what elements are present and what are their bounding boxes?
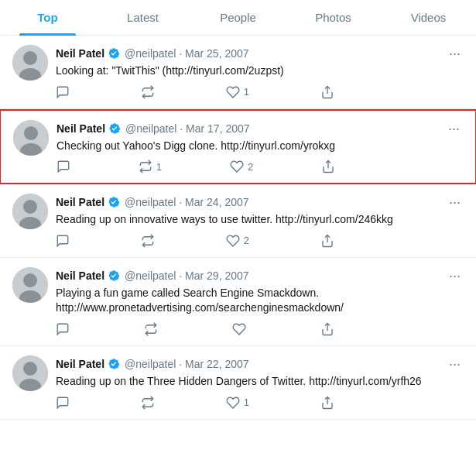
reply-icon (56, 234, 70, 248)
handle-date: @neilpatel · Mar 29, 2007 (125, 270, 249, 282)
author-name: Neil Patel (56, 270, 104, 282)
share-icon (320, 396, 334, 410)
like-button[interactable] (232, 322, 246, 336)
reply-button[interactable] (56, 396, 70, 410)
tweet-text: Checking out Yahoo's Digg clone. http://… (57, 139, 463, 154)
author-name: Neil Patel (57, 122, 105, 135)
like-button[interactable]: 1 (226, 85, 249, 99)
share-icon (320, 234, 334, 248)
share-button[interactable] (321, 160, 335, 173)
handle-date: @neilpatel · Mar 25, 2007 (125, 47, 249, 60)
tweet-header: Neil Patel @neilpatel · Mar 17, 2007 ··· (57, 120, 463, 137)
verified-icon (108, 196, 120, 208)
verified-icon (108, 47, 120, 60)
tab-latest[interactable]: Latest (95, 0, 190, 35)
heart-icon (226, 234, 240, 248)
more-options-button[interactable]: ··· (446, 45, 464, 62)
tweet-item: Neil Patel @neilpatel · Mar 29, 2007 ···… (0, 258, 476, 346)
like-button[interactable]: 1 (226, 396, 249, 410)
retweet-button[interactable] (141, 85, 155, 99)
like-count: 1 (244, 397, 249, 408)
share-button[interactable] (320, 396, 334, 410)
tweet-meta: Neil Patel @neilpatel · Mar 29, 2007 (56, 270, 249, 282)
reply-button[interactable] (56, 322, 70, 336)
tab-photos[interactable]: Photos (286, 0, 381, 35)
share-button[interactable] (320, 234, 334, 248)
share-icon (320, 322, 334, 336)
avatar (12, 267, 48, 303)
tweet-header: Neil Patel @neilpatel · Mar 24, 2007 ··· (56, 194, 464, 211)
avatar (12, 355, 48, 391)
like-button[interactable]: 2 (226, 234, 249, 248)
heart-icon (226, 85, 240, 99)
more-options-button[interactable]: ··· (446, 355, 464, 373)
more-options-button[interactable]: ··· (446, 194, 464, 211)
heart-icon (226, 396, 240, 410)
tab-top[interactable]: Top (0, 0, 95, 35)
reply-icon (56, 85, 70, 99)
tweet-content: Neil Patel @neilpatel · Mar 25, 2007 ···… (56, 45, 464, 99)
handle-date: @neilpatel · Mar 22, 2007 (125, 358, 249, 370)
tweet-content: Neil Patel @neilpatel · Mar 24, 2007 ···… (56, 194, 464, 248)
like-count: 2 (244, 235, 249, 246)
like-button[interactable]: 2 (230, 160, 253, 173)
tweet-list: Neil Patel @neilpatel · Mar 25, 2007 ···… (0, 36, 476, 420)
tweet-actions: 1 (56, 85, 334, 99)
tweet-meta: Neil Patel @neilpatel · Mar 25, 2007 (56, 47, 249, 60)
more-options-button[interactable]: ··· (445, 120, 463, 137)
tweet-content: Neil Patel @neilpatel · Mar 17, 2007 ···… (57, 120, 463, 174)
tweet-text: Looking at: "TwitThis" (http://tinyurl.c… (56, 64, 464, 79)
like-count: 1 (244, 86, 249, 98)
tweet-item: Neil Patel @neilpatel · Mar 25, 2007 ···… (0, 36, 476, 109)
retweet-icon (141, 85, 155, 99)
reply-button[interactable] (56, 234, 70, 248)
retweet-icon (144, 322, 158, 336)
tweet-actions: 2 (56, 234, 334, 248)
reply-icon (57, 160, 70, 173)
tweet-meta: Neil Patel @neilpatel · Mar 22, 2007 (56, 358, 249, 370)
svg-point-17 (23, 362, 37, 376)
verified-icon (108, 358, 120, 370)
tabs-bar: TopLatestPeoplePhotosVideos (0, 0, 476, 36)
tweet-item: Neil Patel @neilpatel · Mar 24, 2007 ···… (0, 184, 476, 258)
tweet-actions: 1 2 (57, 160, 335, 173)
retweet-button[interactable] (141, 234, 155, 248)
heart-icon (232, 322, 246, 336)
retweet-icon (141, 396, 155, 410)
reply-button[interactable] (56, 85, 70, 99)
tab-videos[interactable]: Videos (381, 0, 476, 35)
verified-icon (108, 122, 121, 135)
tweet-header: Neil Patel @neilpatel · Mar 29, 2007 ··· (56, 267, 464, 284)
avatar (13, 120, 49, 156)
tab-people[interactable]: People (190, 0, 286, 35)
share-button[interactable] (320, 322, 334, 336)
retweet-icon (141, 234, 155, 248)
svg-point-9 (23, 200, 37, 214)
tweet-text: Playing a fun game called Search Engine … (56, 286, 464, 316)
author-name: Neil Patel (56, 196, 104, 208)
retweet-button[interactable]: 1 (139, 160, 162, 173)
handle-date: @neilpatel · Mar 24, 2007 (125, 196, 249, 208)
retweet-button[interactable] (141, 396, 155, 410)
verified-icon (108, 270, 120, 282)
avatar (12, 45, 48, 81)
svg-point-5 (24, 126, 38, 140)
tweet-content: Neil Patel @neilpatel · Mar 29, 2007 ···… (56, 267, 464, 336)
tweet-header: Neil Patel @neilpatel · Mar 22, 2007 ··· (56, 355, 464, 373)
like-count: 2 (248, 161, 253, 173)
tweet-meta: Neil Patel @neilpatel · Mar 17, 2007 (57, 122, 250, 135)
more-options-button[interactable]: ··· (446, 267, 464, 284)
share-button[interactable] (320, 85, 334, 99)
tweet-text: Reading up on innovative ways to use twi… (56, 212, 464, 228)
retweet-button[interactable] (144, 322, 158, 336)
tweet-actions: 1 (56, 396, 334, 410)
share-icon (321, 160, 335, 173)
handle-date: @neilpatel · Mar 17, 2007 (125, 122, 250, 135)
retweet-count: 1 (156, 161, 162, 173)
tweet-item: Neil Patel @neilpatel · Mar 17, 2007 ···… (0, 109, 476, 185)
heart-icon (230, 160, 244, 173)
retweet-icon (139, 160, 152, 173)
svg-point-1 (23, 51, 37, 65)
reply-icon (56, 322, 70, 336)
reply-button[interactable] (57, 160, 70, 173)
